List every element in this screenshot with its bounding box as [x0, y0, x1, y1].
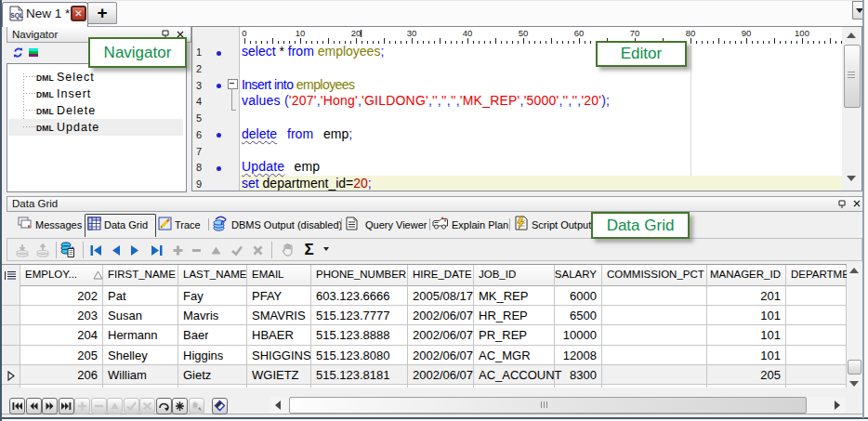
svg-text:0: 0: [242, 28, 246, 38]
svg-text:20: 20: [351, 28, 362, 38]
svg-text:30: 30: [407, 28, 417, 38]
svg-text:70: 70: [630, 28, 640, 38]
svg-text:SQL: SQL: [10, 12, 23, 20]
svg-text:60: 60: [574, 28, 585, 38]
svg-text:10: 10: [296, 28, 306, 38]
svg-text:40: 40: [463, 28, 473, 38]
svg-text:50: 50: [519, 28, 529, 38]
svg-text:100: 100: [795, 28, 809, 38]
svg-text:80: 80: [686, 28, 696, 38]
svg-text:90: 90: [742, 28, 752, 38]
